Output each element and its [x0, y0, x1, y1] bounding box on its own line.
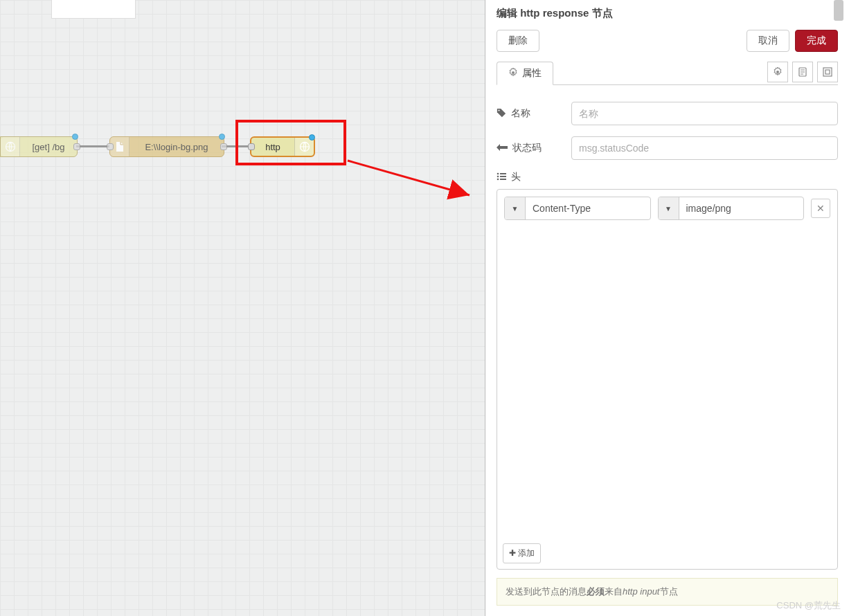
label-text: 状态码 — [512, 142, 542, 154]
name-label: 名称 — [497, 107, 571, 120]
panel-tabs: 属性 — [497, 62, 838, 85]
panel-actions: 删除 取消 完成 — [485, 26, 849, 62]
node-port[interactable] — [107, 143, 114, 150]
scrollbar[interactable] — [834, 0, 846, 616]
arrow-left-icon — [497, 143, 508, 154]
status-label: 状态码 — [497, 142, 571, 154]
label-text: 头 — [511, 171, 521, 183]
svg-point-17 — [497, 179, 499, 181]
tab-label: 属性 — [522, 67, 542, 80]
headers-list: ▼ Content-Type ▼ image/png ✕ ✚ 添加 — [497, 189, 838, 570]
headers-label: 头 — [497, 171, 571, 183]
wire — [76, 145, 109, 147]
add-header-button[interactable]: ✚ 添加 — [503, 543, 541, 563]
caret-down-icon[interactable]: ▼ — [505, 197, 526, 219]
node-label: E:\\login-bg.png — [129, 142, 224, 152]
done-button[interactable]: 完成 — [795, 30, 838, 52]
svg-point-4 — [512, 71, 515, 74]
svg-rect-11 — [825, 70, 830, 74]
header-row: ▼ Content-Type ▼ image/png ✕ — [497, 190, 837, 227]
cancel-button[interactable]: 取消 — [747, 30, 789, 52]
globe-icon — [1, 137, 20, 156]
panel-title: 编辑 http response 节点 — [485, 0, 849, 26]
form: 名称 状态码 头 — [485, 85, 849, 183]
gear-icon — [508, 68, 518, 80]
header-key-value: Content-Type — [526, 203, 598, 214]
tab-properties[interactable]: 属性 — [497, 62, 553, 85]
status-dot — [219, 134, 225, 140]
node-port[interactable] — [220, 143, 227, 150]
tag-icon — [497, 108, 506, 120]
status-input[interactable] — [571, 136, 838, 160]
flow-canvas[interactable]: [get] /bg E:\\login-bg.png http — [0, 0, 485, 616]
label-text: 名称 — [511, 107, 530, 120]
flow-tab-outline — [51, 0, 136, 19]
doc-icon-button[interactable] — [792, 62, 813, 82]
node-port[interactable] — [73, 143, 80, 150]
annotation-highlight — [235, 120, 346, 165]
header-value-value: image/png — [679, 203, 738, 214]
add-label: 添加 — [518, 548, 535, 558]
node-label: [get] /bg — [20, 142, 77, 152]
svg-rect-18 — [500, 179, 506, 180]
svg-rect-14 — [500, 173, 506, 174]
status-dot — [72, 134, 78, 140]
watermark: CSDN @荒先生 — [776, 599, 841, 612]
node-http-in[interactable]: [get] /bg — [0, 136, 78, 157]
svg-point-12 — [498, 109, 499, 111]
svg-rect-16 — [500, 176, 506, 177]
svg-point-13 — [497, 173, 499, 175]
delete-button[interactable]: 删除 — [497, 30, 539, 52]
header-key-field[interactable]: ▼ Content-Type — [504, 197, 651, 220]
edit-panel: 编辑 http response 节点 删除 取消 完成 属性 — [485, 0, 849, 616]
svg-rect-10 — [823, 68, 832, 76]
svg-point-5 — [776, 71, 779, 73]
node-file[interactable]: E:\\login-bg.png — [109, 136, 224, 157]
remove-header-button[interactable]: ✕ — [811, 199, 830, 218]
name-input[interactable] — [571, 102, 838, 125]
header-value-field[interactable]: ▼ image/png — [658, 197, 805, 220]
caret-down-icon[interactable]: ▼ — [659, 197, 679, 219]
list-icon — [497, 172, 506, 183]
settings-icon-button[interactable] — [767, 62, 788, 82]
svg-point-15 — [497, 176, 499, 178]
scrollbar-thumb[interactable] — [834, 0, 843, 21]
